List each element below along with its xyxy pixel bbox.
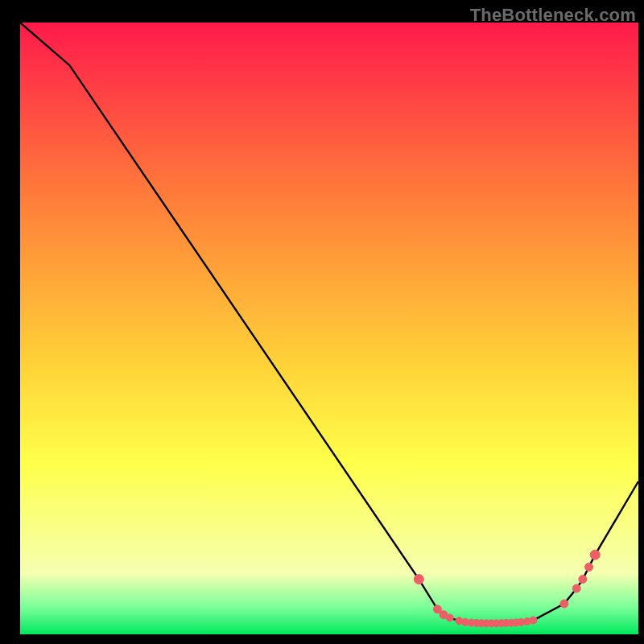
bottleneck-chart [0,0,644,644]
curve-marker [590,550,600,559]
curve-marker [414,575,423,584]
curve-marker [530,617,537,624]
curve-marker [446,614,453,621]
curve-marker [572,584,580,592]
curve-marker [579,576,587,584]
plot-background [20,23,638,634]
chart-stage: TheBottleneck.com [0,0,644,644]
curve-marker [585,563,593,571]
curve-marker [560,600,568,608]
